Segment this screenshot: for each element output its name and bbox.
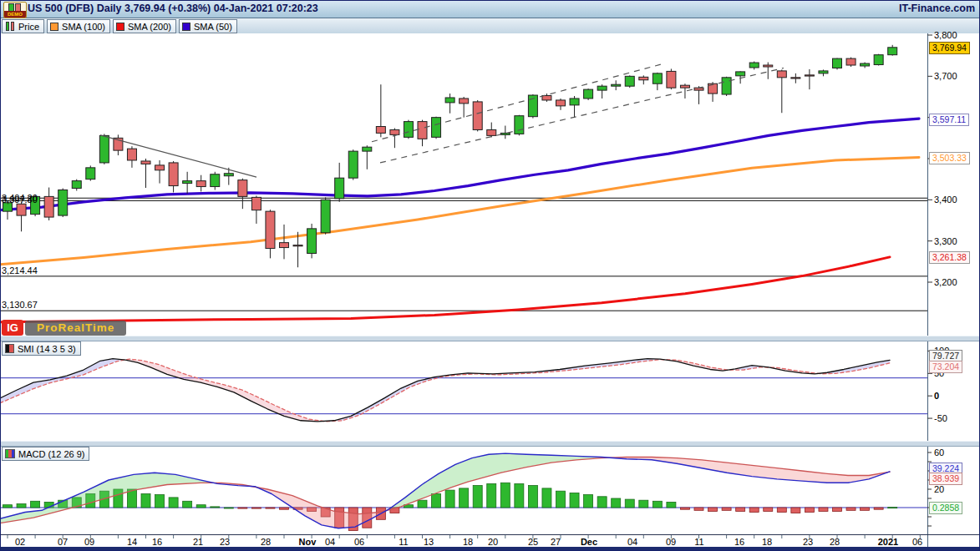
- macd-histogram-bar: [211, 507, 220, 508]
- candle-body: [861, 63, 870, 66]
- macd-histogram-bar: [418, 500, 427, 508]
- date-label: 18: [463, 537, 473, 547]
- macd-histogram-bar: [667, 502, 676, 508]
- smi-signal-value-badge: 73.204: [929, 361, 962, 373]
- macd-axis-label: 60: [934, 447, 944, 457]
- date-label: 02: [15, 537, 25, 547]
- macd-histogram-bar: [445, 490, 454, 508]
- macd-histogram-bar: [500, 483, 510, 508]
- indicator-value-badge: 3,597.11: [929, 114, 969, 126]
- candle-body: [224, 174, 233, 176]
- sma100-line: [0, 158, 919, 265]
- candle-body: [17, 204, 26, 215]
- candle-body: [251, 197, 261, 210]
- macd-histogram-bar: [141, 494, 150, 508]
- macd-histogram-value-badge: 0.2858: [929, 502, 962, 514]
- left-price-label: 3,397.80: [2, 195, 38, 205]
- candle-body: [155, 165, 165, 170]
- candle-body: [44, 196, 53, 217]
- candle-body: [432, 118, 441, 138]
- left-price-label: 3,130.67: [2, 300, 38, 310]
- candle-body: [86, 168, 95, 179]
- date-label: 09: [84, 537, 94, 547]
- macd-histogram-bar: [266, 508, 275, 508]
- candle-body: [556, 100, 566, 106]
- macd-histogram-bar: [764, 508, 773, 511]
- macd-histogram-bar: [861, 508, 870, 510]
- macd-histogram-bar: [196, 505, 206, 508]
- macd-histogram-bar: [473, 486, 482, 508]
- candle-body: [819, 71, 828, 73]
- macd-histogram-bar: [584, 495, 593, 508]
- macd-histogram-bar: [169, 498, 178, 508]
- candle-body: [680, 85, 689, 88]
- macd-histogram-bar: [556, 491, 566, 508]
- date-label: 04: [627, 537, 637, 547]
- panel-divider[interactable]: [0, 441, 980, 447]
- macd-histogram-bar: [652, 501, 662, 508]
- date-label: 18: [762, 537, 772, 547]
- macd-histogram-bar: [708, 508, 718, 511]
- candle-body: [321, 200, 330, 232]
- candle-body: [418, 122, 427, 139]
- macd-histogram-bar: [625, 499, 634, 508]
- macd-histogram-bar: [736, 508, 745, 511]
- chart-canvas[interactable]: 3,404.203,397.803,214.443,130.673,8003,7…: [0, 0, 980, 551]
- smi-label: SMI (14 3 5 3): [18, 344, 76, 354]
- candle-body: [833, 58, 842, 68]
- candle-body: [141, 161, 150, 164]
- date-label: 27: [551, 537, 561, 547]
- candle-body: [542, 96, 551, 100]
- date-label: 20: [488, 537, 498, 547]
- date-label: 16: [152, 537, 162, 547]
- macd-histogram-bar: [749, 508, 759, 513]
- channel-trendline: [380, 68, 784, 162]
- candle-body: [722, 78, 731, 94]
- date-label: 06: [354, 537, 364, 547]
- tab-macd-indicator[interactable]: MACD (12 26 9): [2, 447, 89, 461]
- candle-body: [652, 73, 662, 83]
- macd-histogram-bar: [515, 483, 524, 508]
- smi-signal-line: [0, 359, 890, 422]
- date-label: 16: [734, 537, 744, 547]
- candle-body: [99, 135, 109, 163]
- candle-body: [280, 243, 289, 248]
- date-label: 14: [127, 537, 137, 547]
- macd-histogram-bar: [819, 508, 828, 511]
- date-label: Dec: [581, 537, 597, 547]
- date-label: 13: [424, 537, 434, 547]
- date-label: 21: [193, 537, 203, 547]
- smi-icon: [5, 344, 14, 353]
- macd-histogram-bar: [846, 508, 856, 510]
- ig-logo: IG: [2, 320, 23, 336]
- date-label: 28: [830, 537, 840, 547]
- candle-body: [183, 181, 192, 184]
- macd-histogram-bar: [597, 497, 607, 508]
- panel-divider[interactable]: [0, 336, 980, 341]
- candle-body: [597, 86, 607, 90]
- macd-histogram-bar: [3, 505, 13, 508]
- macd-label: MACD (12 26 9): [18, 449, 84, 459]
- tab-smi-indicator[interactable]: SMI (14 3 5 3): [2, 341, 81, 356]
- candle-body: [127, 149, 136, 160]
- macd-histogram-bar: [612, 498, 621, 508]
- macd-histogram-bar: [694, 508, 703, 510]
- candle-body: [667, 71, 676, 88]
- macd-histogram-bar: [460, 488, 469, 508]
- macd-histogram-bar: [31, 501, 40, 508]
- candle-body: [584, 89, 593, 99]
- indicator-fill: [610, 457, 888, 483]
- candle-body: [211, 174, 220, 187]
- candle-body: [888, 48, 897, 55]
- date-label: 23: [803, 537, 813, 547]
- last-price-badge: 3,769.94: [929, 42, 970, 54]
- date-label: 28: [261, 537, 271, 547]
- macd-histogram-bar: [528, 486, 537, 508]
- candle-body: [238, 180, 247, 197]
- macd-histogram-bar: [639, 500, 648, 508]
- y-axis-label: 3,300: [934, 236, 957, 246]
- candle-body: [639, 77, 648, 79]
- candle-body: [348, 151, 358, 178]
- candle-body: [404, 122, 413, 138]
- y-axis-label: 3,800: [934, 30, 957, 40]
